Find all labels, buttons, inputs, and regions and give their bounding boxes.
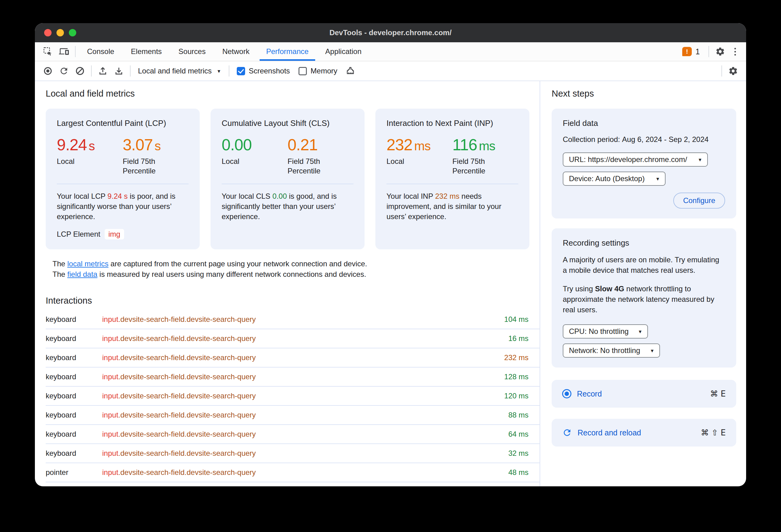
chevron-down-icon: ▼	[638, 329, 643, 334]
settings-gear-icon[interactable]	[712, 44, 728, 59]
cpu-throttling-select[interactable]: CPU: No throttling ▼	[563, 324, 648, 339]
lcp-element-node-link[interactable]: img	[105, 229, 124, 239]
lcp-local-label: Local	[57, 157, 119, 166]
divider	[222, 184, 354, 184]
upload-profile-icon[interactable]	[95, 64, 111, 78]
node-link[interactable]: input.devsite-search-field.devsite-searc…	[102, 353, 504, 362]
throttling-hint-text: Try using Slow 4G network throttling to …	[563, 283, 725, 315]
inp-local-value: 232ms	[386, 135, 449, 154]
performance-toolbar: Local and field metrics ▼ Screenshots Me…	[35, 61, 746, 81]
table-row: keyboardinput.devsite-search-field.devsi…	[46, 425, 540, 444]
memory-checkbox[interactable]	[298, 67, 307, 75]
node-link[interactable]: input.devsite-search-field.devsite-searc…	[102, 449, 508, 458]
cls-field-label: Field 75th Percentile	[287, 157, 354, 176]
record-icon[interactable]	[40, 64, 56, 78]
table-row: keyboardinput.devsite-search-field.devsi…	[46, 387, 540, 406]
download-profile-icon[interactable]	[111, 64, 127, 78]
titlebar: DevTools - developer.chrome.com/	[35, 23, 746, 42]
tab-console[interactable]: Console	[79, 42, 123, 61]
lcp-element-label: LCP Element	[57, 230, 100, 238]
table-row: keyboardinput.devsite-search-field.devsi…	[46, 444, 540, 463]
metrics-main-pane: Local and field metrics Largest Contentf…	[35, 81, 540, 486]
chevron-down-icon: ▼	[650, 348, 654, 353]
device-toolbar-icon[interactable]	[56, 44, 72, 59]
device-select[interactable]: Device: Auto (Desktop) ▼	[563, 172, 665, 186]
divider	[708, 46, 709, 57]
cls-field-value: 0.21	[287, 135, 354, 154]
metric-cards: Largest Contentful Paint (LCP) 9.24s Loc…	[46, 108, 529, 249]
tab-network[interactable]: Network	[214, 42, 258, 61]
divider	[229, 65, 230, 77]
field-data-link[interactable]: field data	[67, 270, 97, 278]
issues-count[interactable]: 1	[696, 47, 700, 56]
node-link[interactable]: input.devsite-search-field.devsite-searc…	[102, 430, 508, 439]
issues-icon[interactable]: !	[682, 47, 692, 56]
clear-icon[interactable]	[72, 64, 88, 78]
field-data-card: Field data Collection period: Aug 6, 202…	[551, 108, 736, 219]
divider	[57, 184, 189, 184]
record-icon	[562, 389, 571, 398]
panel-tabs: Console Elements Sources Network Perform…	[79, 42, 370, 61]
table-row: keyboardinput.devsite-search-field.devsi…	[46, 482, 540, 486]
recording-settings-card: Recording settings A majority of users a…	[551, 228, 736, 367]
node-link[interactable]: input.devsite-search-field.devsite-searc…	[102, 372, 504, 381]
record-and-reload-button[interactable]: Record and reload ⌘ ⇧ E	[551, 419, 736, 446]
mobile-hint-text: A majority of users are on mobile. Try e…	[563, 255, 725, 275]
record-button[interactable]: Record ⌘ E	[551, 380, 736, 408]
view-mode-select[interactable]: Local and field metrics ▼	[134, 66, 225, 75]
memory-toggle[interactable]: Memory	[298, 66, 337, 75]
tab-performance[interactable]: Performance	[258, 42, 317, 61]
screenshots-toggle[interactable]: Screenshots	[237, 66, 290, 75]
url-select[interactable]: URL: https://developer.chrome.com/ ▼	[563, 152, 708, 167]
inp-field-value: 116ms	[452, 135, 518, 154]
network-throttling-select[interactable]: Network: No throttling ▼	[563, 344, 660, 358]
lcp-field-label: Field 75th Percentile	[123, 157, 189, 176]
node-link[interactable]: input.devsite-search-field.devsite-searc…	[102, 315, 504, 324]
inp-local-label: Local	[386, 157, 449, 166]
record-and-reload-shortcut: ⌘ ⇧ E	[701, 428, 726, 437]
local-metrics-link[interactable]: local metrics	[67, 260, 108, 268]
node-link[interactable]: input.devsite-search-field.devsite-searc…	[102, 411, 508, 419]
panel-settings-gear-icon[interactable]	[725, 64, 741, 78]
inp-card-title: Interaction to Next Paint (INP)	[386, 119, 518, 128]
cls-description: Your local CLS 0.00 is good, and is sign…	[222, 191, 354, 222]
node-link[interactable]: input.devsite-search-field.devsite-searc…	[102, 334, 508, 343]
record-and-reload-icon[interactable]	[56, 64, 72, 78]
sidebar-title: Next steps	[551, 89, 736, 99]
table-row: keyboardinput.devsite-search-field.devsi…	[46, 310, 540, 329]
inp-card: Interaction to Next Paint (INP) 232ms Lo…	[375, 108, 529, 249]
divider	[91, 65, 92, 77]
divider	[386, 184, 518, 184]
divider	[130, 65, 131, 77]
table-row: keyboardinput.devsite-search-field.devsi…	[46, 329, 540, 348]
lcp-card-title: Largest Contentful Paint (LCP)	[57, 119, 189, 128]
interactions-title: Interactions	[46, 296, 540, 306]
record-shortcut: ⌘ E	[710, 389, 726, 398]
tab-application[interactable]: Application	[317, 42, 370, 61]
cls-card: Cumulative Layout Shift (CLS) 0.00 Local…	[210, 108, 365, 249]
screenshots-checkbox[interactable]	[237, 67, 245, 75]
table-row: pointerinput.devsite-search-field.devsit…	[46, 463, 540, 482]
lcp-card: Largest Contentful Paint (LCP) 9.24s Loc…	[46, 108, 200, 249]
collection-period: Collection period: Aug 6, 2024 - Sep 2, …	[563, 134, 725, 144]
node-link[interactable]: input.devsite-search-field.devsite-searc…	[102, 392, 504, 400]
cls-local-value: 0.00	[222, 135, 284, 154]
reload-icon	[562, 428, 572, 438]
devtools-tabbar: Console Elements Sources Network Perform…	[35, 42, 746, 61]
tab-elements[interactable]: Elements	[123, 42, 170, 61]
chevron-down-icon: ▼	[217, 69, 221, 74]
table-row: keyboardinput.devsite-search-field.devsi…	[46, 348, 540, 367]
tab-sources[interactable]: Sources	[170, 42, 214, 61]
chevron-down-icon: ▼	[655, 176, 660, 181]
interactions-table: keyboardinput.devsite-search-field.devsi…	[46, 310, 540, 486]
more-options-icon[interactable]	[728, 48, 742, 55]
node-link[interactable]: input.devsite-search-field.devsite-searc…	[102, 468, 508, 477]
inspect-element-icon[interactable]	[40, 44, 56, 59]
collect-garbage-icon[interactable]	[342, 64, 358, 78]
cls-local-label: Local	[222, 157, 284, 166]
metrics-note: The local metrics are captured from the …	[52, 259, 529, 279]
divider	[722, 65, 722, 77]
configure-button[interactable]: Configure	[673, 192, 725, 209]
note-line-local: The local metrics are captured from the …	[52, 259, 529, 269]
window-title: DevTools - developer.chrome.com/	[35, 29, 746, 37]
